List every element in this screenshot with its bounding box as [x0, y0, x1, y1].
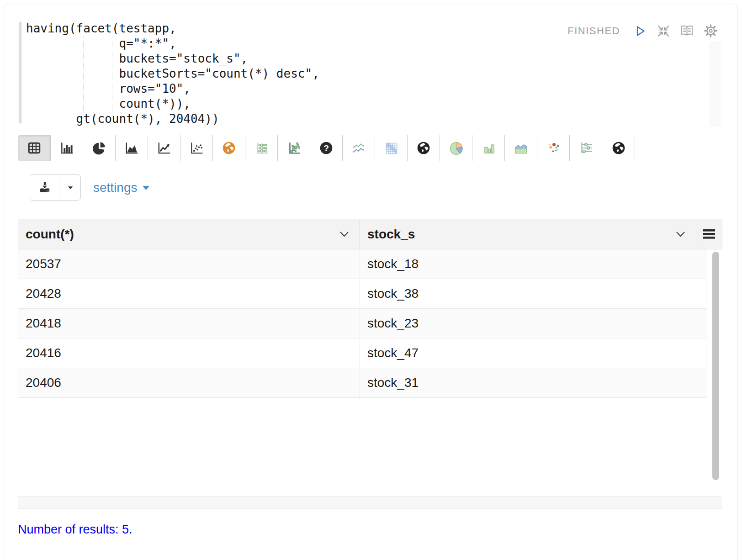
chevron-down-icon	[675, 231, 686, 238]
globe-dark-icon	[611, 141, 626, 155]
table-cell-count: 20418	[18, 309, 360, 338]
download-button[interactable]	[29, 175, 60, 200]
results-count-text: Number of results: 5.	[18, 523, 737, 537]
help-icon: ?	[319, 141, 334, 155]
viz-button-pie-chart[interactable]	[83, 135, 116, 161]
actions-row: settings	[29, 174, 737, 201]
editor-gutter-bar	[19, 22, 21, 123]
download-icon	[37, 180, 52, 195]
table-cell-count: 20406	[18, 368, 360, 397]
gear-icon[interactable]	[704, 24, 718, 38]
settings-label: settings	[93, 180, 138, 195]
table-menu-button[interactable]	[696, 219, 722, 249]
pie-chart-icon	[92, 141, 106, 155]
table-cell-stock: stock_38	[360, 279, 706, 308]
viz-toolbar: ?	[18, 135, 635, 161]
viz-button-globe-dark[interactable]	[408, 135, 440, 161]
vertical-scrollbar[interactable]	[712, 252, 719, 480]
table-cell-stock: stock_47	[360, 338, 706, 368]
editor-scrollbar-track	[709, 42, 721, 127]
code-line: buckets="stock_s",	[26, 51, 319, 66]
viz-button-sliders[interactable]	[570, 135, 602, 161]
heatmap-icon	[384, 141, 398, 155]
bubble-color-icon	[546, 141, 561, 155]
table-cell-count: 20428	[18, 279, 360, 308]
status-badge: FINISHED	[567, 25, 620, 37]
table-row: 20418stock_23	[18, 309, 706, 338]
code-line: count(*)),	[26, 96, 319, 111]
viz-button-bar-green[interactable]	[472, 135, 505, 161]
result-table: count(*) stock_s 20537stock_1820	[18, 219, 722, 509]
bar-green-icon	[481, 141, 496, 155]
chevron-down-icon	[339, 231, 350, 238]
paragraph-container: having(facet(testapp, q="*:*", buckets="…	[4, 4, 737, 560]
viz-button-globe-orange[interactable]	[213, 135, 245, 161]
viz-button-multi-line-chart[interactable]	[343, 135, 375, 161]
table-header: count(*) stock_s	[18, 219, 722, 249]
table-icon	[27, 141, 42, 155]
sliders-icon	[578, 141, 593, 155]
viz-button-line-chart[interactable]	[148, 135, 180, 161]
table-row: 20406stock_31	[18, 368, 706, 398]
table-cell-count: 20537	[18, 249, 360, 279]
viz-button-area-color[interactable]	[505, 135, 537, 161]
bubble-scatter-icon	[286, 141, 301, 155]
book-icon[interactable]	[680, 24, 694, 38]
code-line: bucketSorts="count(*) desc",	[26, 66, 319, 81]
horizontal-scrollbar-track	[18, 497, 722, 509]
table-row: 20428stock_38	[18, 279, 706, 309]
column-label: count(*)	[26, 227, 74, 242]
viz-button-bubble-color[interactable]	[537, 135, 570, 161]
viz-button-bubble-matrix[interactable]	[245, 135, 278, 161]
code-line: rows="10",	[26, 81, 319, 96]
caret-down-icon	[142, 185, 150, 191]
area-chart-icon	[124, 141, 139, 155]
viz-button-globe-dark2[interactable]	[602, 135, 635, 161]
globe-orange-icon	[222, 141, 236, 155]
table-body: 20537stock_1820428stock_3820418stock_232…	[18, 249, 722, 497]
code-lines: having(facet(testapp, q="*:*", buckets="…	[26, 21, 319, 127]
column-label: stock_s	[367, 227, 415, 242]
table-cell-stock: stock_18	[360, 249, 706, 279]
caret-down-icon	[65, 182, 76, 193]
viz-button-pie-color[interactable]	[440, 135, 472, 161]
hamburger-menu-icon	[703, 229, 716, 239]
bar-chart-icon	[59, 141, 74, 155]
download-dropdown-button[interactable]	[60, 175, 80, 200]
viz-button-bubble-scatter[interactable]	[278, 135, 310, 161]
column-header-stock[interactable]: stock_s	[360, 219, 696, 249]
multi-line-chart-icon	[351, 141, 366, 155]
globe-dark-icon	[416, 141, 431, 155]
code-line: q="*:*",	[26, 36, 319, 51]
table-cell-count: 20416	[18, 338, 360, 368]
viz-button-heatmap[interactable]	[375, 135, 408, 161]
play-icon[interactable]	[633, 24, 647, 38]
code-editor[interactable]: having(facet(testapp, q="*:*", buckets="…	[18, 21, 723, 127]
bubble-matrix-icon	[254, 141, 269, 155]
table-cell-stock: stock_31	[360, 368, 706, 397]
compress-icon[interactable]	[657, 24, 670, 38]
svg-text:?: ?	[323, 143, 329, 153]
scatter-chart-icon	[189, 141, 204, 155]
settings-link[interactable]: settings	[93, 180, 150, 195]
viz-button-bar-chart[interactable]	[51, 135, 83, 161]
table-row: 20416stock_47	[18, 338, 706, 368]
pie-color-icon	[449, 141, 463, 155]
viz-button-help[interactable]: ?	[310, 135, 343, 161]
table-body-rows: 20537stock_1820428stock_3820418stock_232…	[18, 249, 706, 398]
viz-button-scatter-chart[interactable]	[180, 135, 213, 161]
viz-button-area-chart[interactable]	[116, 135, 148, 161]
line-chart-icon	[157, 141, 171, 155]
code-line: having(facet(testapp,	[26, 21, 319, 36]
column-header-count[interactable]: count(*)	[18, 219, 360, 249]
table-row: 20537stock_18	[18, 249, 706, 279]
table-cell-stock: stock_23	[360, 309, 706, 338]
paragraph-status-bar: FINISHED	[567, 24, 718, 38]
area-color-icon	[514, 141, 528, 155]
code-line: gt(count(*), 20404))	[26, 111, 319, 127]
download-button-group	[29, 174, 81, 201]
viz-button-table[interactable]	[18, 135, 51, 161]
